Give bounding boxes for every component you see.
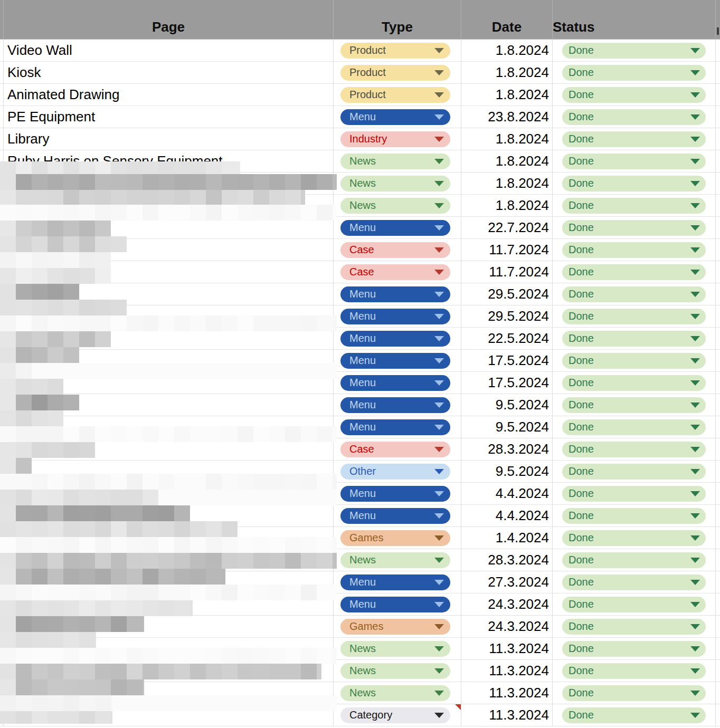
status-chip[interactable]: Done (562, 442, 706, 457)
type-chip[interactable]: Menu (340, 109, 450, 125)
date-cell[interactable]: 1.8.2024 (461, 62, 553, 83)
page-cell[interactable] (4, 616, 334, 637)
status-cell[interactable]: Done (553, 527, 716, 549)
type-cell[interactable]: Case (334, 261, 461, 283)
type-chip[interactable]: Menu (340, 419, 450, 435)
type-chip[interactable]: News (340, 685, 450, 701)
status-chip[interactable]: Done (562, 264, 706, 280)
status-chip[interactable]: Done (562, 286, 706, 302)
type-chip[interactable]: Games (340, 530, 450, 546)
column-header-status[interactable]: Status (553, 0, 716, 39)
status-cell[interactable]: Done (553, 616, 716, 637)
type-cell[interactable]: Menu (334, 305, 461, 327)
type-cell[interactable]: Case (334, 438, 461, 460)
status-cell[interactable]: Done (553, 217, 716, 238)
page-cell[interactable] (4, 350, 334, 371)
date-cell[interactable]: 27.3.2024 (461, 571, 553, 593)
type-cell[interactable]: Industry (334, 128, 461, 150)
type-chip[interactable]: Case (340, 442, 450, 457)
type-cell[interactable]: News (334, 638, 461, 659)
status-cell[interactable]: Done (553, 62, 716, 83)
status-cell[interactable]: Done (553, 660, 716, 682)
date-cell[interactable]: 22.5.2024 (461, 328, 553, 349)
type-cell[interactable]: Menu (334, 328, 461, 349)
page-cell[interactable] (4, 704, 334, 726)
status-chip[interactable]: Done (562, 242, 706, 258)
type-chip[interactable]: Industry (340, 131, 450, 147)
date-cell[interactable]: 28.3.2024 (461, 438, 553, 460)
type-chip[interactable]: Menu (340, 286, 450, 302)
type-chip[interactable]: Category (340, 707, 450, 723)
type-cell[interactable]: Case (334, 239, 461, 261)
type-chip[interactable]: News (340, 641, 450, 657)
column-header-page[interactable]: Page (4, 0, 334, 39)
status-cell[interactable]: Done (553, 571, 716, 593)
page-cell[interactable] (4, 682, 334, 704)
type-cell[interactable]: Games (334, 527, 461, 549)
date-cell[interactable]: 11.7.2024 (461, 239, 553, 261)
status-chip[interactable]: Done (562, 154, 706, 169)
date-cell[interactable]: 28.3.2024 (461, 549, 553, 571)
status-cell[interactable]: Done (553, 549, 716, 571)
type-chip[interactable]: Menu (340, 574, 450, 590)
page-cell[interactable] (4, 261, 334, 283)
page-cell[interactable] (4, 483, 334, 504)
status-cell[interactable]: Done (553, 593, 716, 615)
status-chip[interactable]: Done (562, 65, 706, 81)
status-cell[interactable]: Done (553, 84, 716, 106)
status-cell[interactable]: Done (553, 438, 716, 460)
status-chip[interactable]: Done (562, 707, 706, 723)
status-cell[interactable]: Done (553, 328, 716, 349)
page-cell[interactable] (4, 571, 334, 593)
type-cell[interactable]: News (334, 682, 461, 704)
status-cell[interactable]: Done (553, 239, 716, 261)
page-cell[interactable] (4, 638, 334, 659)
type-cell[interactable]: Menu (334, 106, 461, 128)
status-chip[interactable]: Done (562, 508, 706, 524)
date-cell[interactable]: 11.3.2024 (461, 638, 553, 659)
status-chip[interactable]: Done (562, 685, 706, 701)
type-chip[interactable]: Menu (340, 309, 450, 324)
date-cell[interactable]: 1.8.2024 (461, 40, 553, 61)
page-cell[interactable]: Video Wall (4, 40, 334, 61)
page-cell[interactable]: Kiosk (4, 62, 334, 83)
type-chip[interactable]: News (340, 552, 450, 568)
status-cell[interactable]: Done (553, 305, 716, 327)
status-chip[interactable]: Done (562, 619, 706, 635)
type-cell[interactable]: Menu (334, 217, 461, 238)
status-chip[interactable]: Done (562, 309, 706, 324)
date-cell[interactable]: 17.5.2024 (461, 350, 553, 371)
type-cell[interactable]: Menu (334, 283, 461, 305)
status-cell[interactable]: Done (553, 505, 716, 526)
page-cell[interactable]: PE Equipment (4, 106, 334, 128)
date-cell[interactable]: 29.5.2024 (461, 305, 553, 327)
page-cell[interactable] (4, 217, 334, 238)
status-chip[interactable]: Done (562, 574, 706, 590)
date-cell[interactable]: 1.8.2024 (461, 128, 553, 150)
type-cell[interactable]: Menu (334, 394, 461, 416)
type-cell[interactable]: Menu (334, 416, 461, 438)
type-cell[interactable]: News (334, 660, 461, 682)
date-cell[interactable]: 4.4.2024 (461, 483, 553, 504)
status-cell[interactable]: Done (553, 704, 716, 726)
date-cell[interactable]: 1.4.2024 (461, 527, 553, 549)
date-cell[interactable]: 22.7.2024 (461, 217, 553, 238)
type-chip[interactable]: Games (340, 619, 450, 635)
type-cell[interactable]: News (334, 549, 461, 571)
status-chip[interactable]: Done (562, 486, 706, 502)
status-cell[interactable]: Done (553, 173, 716, 194)
type-cell[interactable]: News (334, 195, 461, 216)
date-cell[interactable]: 11.3.2024 (461, 704, 553, 726)
type-chip[interactable]: Case (340, 242, 450, 258)
status-cell[interactable]: Done (553, 394, 716, 416)
type-cell[interactable]: Menu (334, 483, 461, 504)
status-chip[interactable]: Done (562, 464, 706, 480)
type-cell[interactable]: Category (334, 704, 461, 726)
status-cell[interactable]: Done (553, 638, 716, 659)
status-cell[interactable]: Done (553, 128, 716, 150)
status-chip[interactable]: Done (562, 597, 706, 612)
status-chip[interactable]: Done (562, 641, 706, 657)
page-cell[interactable] (4, 372, 334, 394)
page-cell[interactable] (4, 461, 334, 482)
page-cell[interactable] (4, 239, 334, 261)
